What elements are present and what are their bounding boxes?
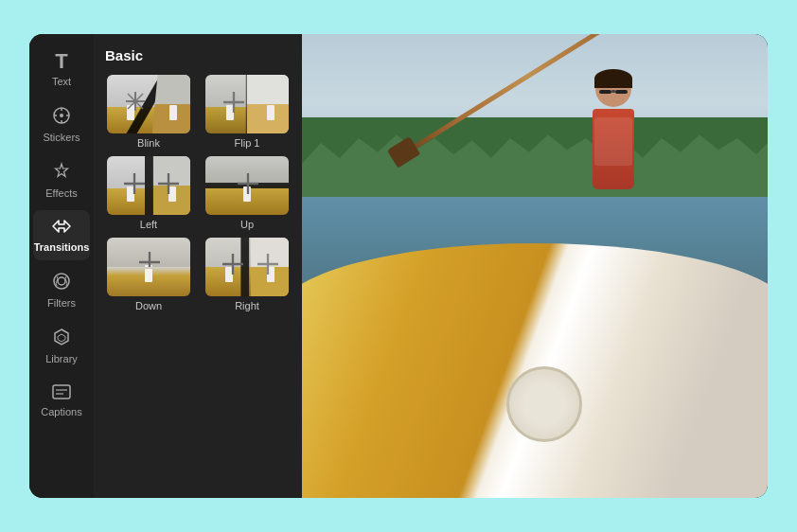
sidebar-item-library[interactable]: Library <box>33 320 90 372</box>
transition-blink-label: Blink <box>137 137 160 149</box>
transition-grid: Blink <box>103 75 292 311</box>
transition-up-label: Up <box>240 219 254 230</box>
transition-down-thumb <box>107 238 190 296</box>
sidebar-item-stickers-label: Stickers <box>43 132 80 143</box>
stickers-icon <box>52 106 71 128</box>
sidebar-item-stickers[interactable]: Stickers <box>33 98 90 151</box>
sidebar-item-transitions-label: Transitions <box>34 241 90 253</box>
transitions-icon <box>51 218 72 238</box>
scene-person <box>580 71 646 232</box>
svg-rect-8 <box>53 385 70 399</box>
transition-right[interactable]: Right <box>202 238 292 311</box>
svg-point-1 <box>60 114 63 117</box>
sidebar-item-library-label: Library <box>45 353 78 364</box>
transition-down-label: Down <box>135 300 162 311</box>
transition-right-thumb <box>205 238 289 296</box>
transition-left[interactable]: Left <box>103 156 194 230</box>
sidebar-item-filters[interactable]: Filters <box>33 264 90 316</box>
svg-point-6 <box>58 277 65 285</box>
effects-icon <box>52 162 71 184</box>
scene-hatch <box>506 366 582 442</box>
sidebar-item-text[interactable]: T Text <box>33 44 90 95</box>
main-preview <box>302 34 768 498</box>
text-icon: T <box>55 51 67 72</box>
transition-blink[interactable]: Blink <box>103 75 194 149</box>
sidebar-item-transitions[interactable]: Transitions <box>33 210 90 260</box>
transition-left-label: Left <box>140 219 157 230</box>
sidebar-item-effects[interactable]: Effects <box>33 154 90 206</box>
transition-up[interactable]: Up <box>202 156 292 230</box>
transition-blink-thumb <box>107 75 190 133</box>
transition-down[interactable]: Down <box>103 238 194 311</box>
library-icon <box>52 328 71 349</box>
sidebar-item-captions-label: Captions <box>41 406 81 417</box>
transition-left-thumb <box>107 156 190 215</box>
svg-point-7 <box>54 274 69 289</box>
transition-flip1[interactable]: Flip 1 <box>202 75 292 149</box>
app-container: T Text Stickers Effec <box>29 34 768 498</box>
sidebar-item-captions[interactable]: Captions <box>33 376 90 425</box>
panel-title: Basic <box>103 47 292 63</box>
transition-flip1-thumb <box>205 75 289 133</box>
sidebar-item-text-label: Text <box>52 76 71 87</box>
captions-icon <box>52 383 71 402</box>
kayak-scene <box>302 34 768 498</box>
transitions-panel: Basic <box>94 34 302 498</box>
transition-up-thumb <box>205 156 289 215</box>
sidebar: T Text Stickers Effec <box>29 34 94 498</box>
sidebar-item-effects-label: Effects <box>45 187 77 199</box>
filters-icon <box>52 272 71 293</box>
transition-flip1-label: Flip 1 <box>235 137 260 149</box>
sidebar-item-filters-label: Filters <box>47 297 76 309</box>
transition-right-label: Right <box>235 300 259 311</box>
